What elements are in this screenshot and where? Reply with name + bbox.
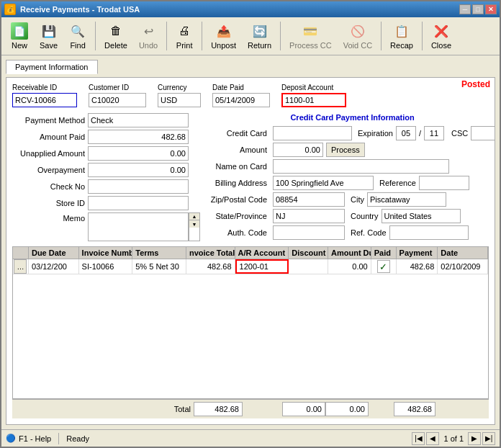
- total-invoice-total[interactable]: [194, 402, 243, 416]
- content-area: Payment Information Posted Receivable ID…: [1, 55, 500, 429]
- nav-prev-button[interactable]: ◀: [426, 432, 439, 445]
- auth-code-input[interactable]: [273, 225, 345, 240]
- expiration-month-input[interactable]: [396, 126, 416, 140]
- tab-payment-information[interactable]: Payment Information: [6, 60, 98, 74]
- cc-amount-row: Amount Process: [205, 143, 495, 157]
- void-cc-button[interactable]: 🚫 Void CC: [338, 20, 377, 52]
- unapplied-amount-row: Unapplied Amount: [12, 146, 199, 161]
- memo-row: Memo ▲ ▼: [12, 212, 199, 241]
- cc-amount-input[interactable]: [273, 143, 323, 157]
- check-no-row: Check No: [12, 179, 199, 194]
- total-amount-due[interactable]: [325, 402, 369, 416]
- deposit-account-group: Deposit Account: [281, 84, 346, 107]
- td-invoice-num: SI-10066: [79, 259, 133, 274]
- return-icon: 🔄: [251, 22, 268, 40]
- date-paid-label: Date Paid: [212, 84, 270, 91]
- credit-card-input[interactable]: [273, 126, 352, 140]
- restore-button[interactable]: □: [472, 4, 484, 14]
- city-input[interactable]: [367, 192, 446, 207]
- td-discount: [289, 259, 328, 274]
- posted-badge: Posted: [461, 79, 490, 89]
- name-on-card-input[interactable]: [273, 159, 449, 174]
- csc-input[interactable]: [471, 126, 495, 140]
- auth-code-label: Auth. Code: [205, 228, 270, 237]
- billing-address-label: Billing Address: [205, 179, 270, 187]
- total-discount[interactable]: [282, 402, 325, 416]
- payment-method-row: Payment Method: [12, 113, 199, 127]
- delete-button[interactable]: 🗑 Delete: [99, 20, 132, 52]
- return-button[interactable]: 🔄 Return: [243, 20, 276, 52]
- table-header: Due Date Invoice Numb Terms nvoice Total…: [13, 247, 488, 259]
- row-expand-button[interactable]: …: [14, 259, 27, 274]
- close-window-button[interactable]: ✕: [485, 4, 497, 14]
- help-key: 🔵: [6, 434, 16, 443]
- deposit-account-input[interactable]: [281, 93, 346, 107]
- statusbar: 🔵 F1 - Help Ready |◀ ◀ 1 of 1 ▶ ▶|: [1, 429, 500, 447]
- find-icon: 🔍: [69, 22, 86, 40]
- th-terms: Terms: [132, 247, 186, 259]
- reference-input[interactable]: [419, 176, 469, 190]
- ref-code-label: Ref. Code: [351, 228, 387, 237]
- td-date: 02/10/2009: [438, 259, 488, 274]
- undo-button[interactable]: ↩ Undo: [134, 20, 163, 52]
- nav-last-button[interactable]: ▶|: [482, 432, 495, 445]
- td-payment: 482.68: [397, 259, 438, 274]
- cc-state-row: State/Province Country: [205, 209, 495, 223]
- nav-next-button[interactable]: ▶: [468, 432, 481, 445]
- recap-icon: 📋: [393, 22, 410, 40]
- th-payment: Payment: [397, 247, 438, 259]
- process-cc-button[interactable]: 💳 Process CC: [284, 20, 337, 52]
- store-id-input[interactable]: [88, 196, 189, 210]
- window-controls: ─ □ ✕: [459, 4, 497, 14]
- close-icon: ❌: [433, 22, 450, 40]
- credit-card-label: Credit Card: [205, 129, 270, 138]
- td-due-date: 03/12/200: [29, 259, 79, 274]
- country-input[interactable]: [382, 209, 461, 223]
- date-paid-input[interactable]: [212, 93, 270, 107]
- amount-paid-label: Amount Paid: [12, 133, 88, 141]
- reference-label: Reference: [379, 179, 416, 187]
- check-no-input[interactable]: [88, 179, 189, 194]
- receivable-id-input[interactable]: [12, 93, 77, 107]
- minimize-button[interactable]: ─: [459, 4, 471, 14]
- new-button[interactable]: 📄 New: [6, 20, 33, 52]
- total-payment[interactable]: [394, 402, 435, 416]
- recap-button[interactable]: 📋 Recap: [385, 20, 418, 52]
- state-province-input[interactable]: [273, 209, 345, 223]
- paid-checkbox[interactable]: ✓: [377, 260, 390, 273]
- page-info: 1 of 1: [443, 434, 464, 443]
- save-button[interactable]: 💾 Save: [35, 20, 63, 52]
- zip-postal-input[interactable]: [273, 192, 345, 207]
- payment-method-input[interactable]: [88, 113, 189, 127]
- th-invoice-num: Invoice Numb: [79, 247, 133, 259]
- billing-address-input[interactable]: [273, 176, 374, 190]
- unpost-button[interactable]: 📤 Unpost: [206, 20, 241, 52]
- nav-first-button[interactable]: |◀: [412, 432, 425, 445]
- expiration-label: Expiration: [358, 129, 393, 138]
- cc-amount-label: Amount: [205, 145, 270, 154]
- toolbar-sep-4: [280, 22, 281, 50]
- nav-controls: |◀ ◀ 1 of 1 ▶ ▶|: [412, 432, 495, 445]
- process-cc-inline-button[interactable]: Process: [326, 143, 365, 157]
- city-label: City: [351, 195, 364, 204]
- overpayment-label: Overpayment: [12, 166, 88, 174]
- window-title: Receive Payments - Trodat USA: [20, 5, 459, 14]
- cc-auth-row: Auth. Code Ref. Code: [205, 225, 495, 240]
- print-button[interactable]: 🖨 Print: [171, 20, 198, 52]
- close-button[interactable]: ❌ Close: [426, 20, 456, 52]
- find-button[interactable]: 🔍 Find: [64, 20, 91, 52]
- th-ar-account: A/R Account: [235, 247, 289, 259]
- scroll-up-button[interactable]: ▲: [189, 213, 199, 220]
- expiration-year-input[interactable]: [424, 126, 444, 140]
- unapplied-amount-input[interactable]: [88, 146, 189, 161]
- ref-code-input[interactable]: [389, 225, 469, 240]
- scroll-down-button[interactable]: ▼: [189, 220, 199, 228]
- tab-bar: Payment Information: [6, 60, 495, 74]
- customer-id-input[interactable]: [89, 93, 146, 107]
- overpayment-input[interactable]: [88, 163, 189, 177]
- amount-paid-row: Amount Paid: [12, 130, 199, 144]
- amount-paid-input[interactable]: [88, 130, 189, 144]
- currency-input[interactable]: [158, 93, 201, 107]
- customer-id-label: Customer ID: [89, 84, 146, 91]
- memo-input[interactable]: [88, 212, 189, 241]
